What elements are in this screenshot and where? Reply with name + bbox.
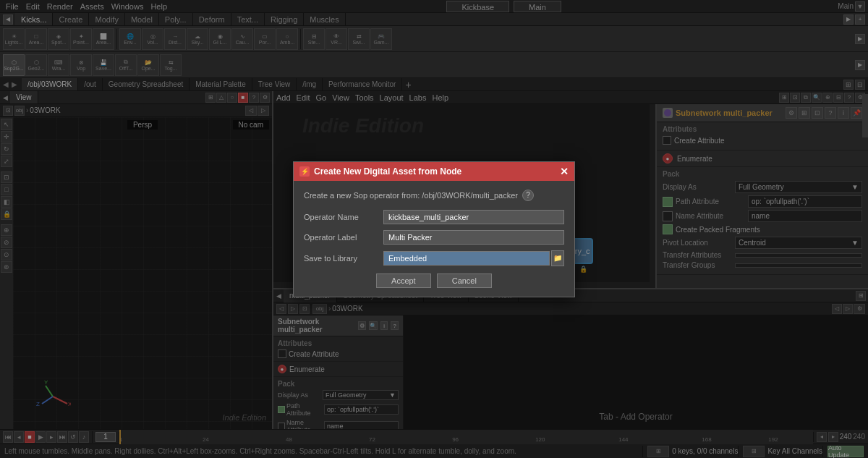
modal-header: ⚡ Create New Digital Asset from Node ✕ [294, 162, 574, 181]
modal-accept-btn[interactable]: Accept [376, 273, 431, 288]
modal-operator-name-label: Operator Name [304, 213, 383, 221]
modal-title: Create New Digital Asset from Node [314, 166, 461, 177]
modal-library-browse-btn[interactable]: 📁 [551, 250, 564, 266]
modal-icon: ⚡ [299, 166, 310, 177]
modal-description-row: Create a new Sop operator from: /obj/03W… [304, 190, 564, 201]
modal-buttons: Accept Cancel [304, 273, 564, 288]
modal-body: Create a new Sop operator from: /obj/03W… [294, 181, 574, 297]
modal-operator-label-input[interactable] [383, 230, 564, 245]
modal-save-library-input[interactable] [383, 251, 550, 266]
modal-dialog: ⚡ Create New Digital Asset from Node ✕ C… [293, 161, 575, 297]
modal-help-icon[interactable]: ? [522, 190, 534, 201]
modal-operator-label-row: Operator Label [304, 230, 564, 245]
modal-description: Create a new Sop operator from: /obj/03W… [304, 191, 518, 200]
modal-operator-name-input[interactable] [383, 210, 564, 224]
modal-save-library-label: Save to Library [304, 254, 383, 263]
modal-operator-name-row: Operator Name [304, 210, 564, 224]
modal-save-library-row: Save to Library 📁 [304, 250, 564, 266]
modal-close-btn[interactable]: ✕ [560, 166, 569, 177]
modal-cancel-btn[interactable]: Cancel [437, 273, 492, 288]
modal-overlay[interactable]: ⚡ Create New Digital Asset from Node ✕ C… [0, 0, 868, 458]
modal-operator-label-label: Operator Label [304, 233, 383, 242]
app-container: File Edit Render Assets Windows Help Kic… [0, 0, 868, 458]
